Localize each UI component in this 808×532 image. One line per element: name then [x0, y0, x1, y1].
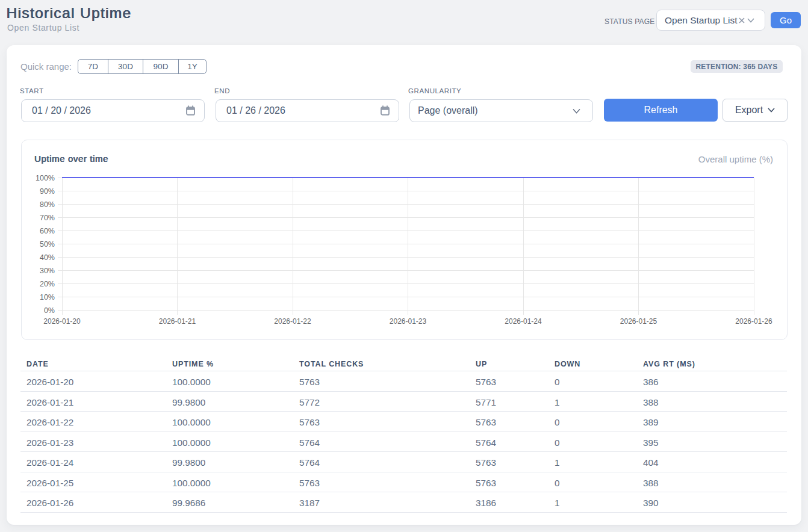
svg-text:2026-01-20: 2026-01-20 [43, 317, 81, 326]
svg-text:10%: 10% [40, 293, 55, 302]
svg-text:2026-01-21: 2026-01-21 [159, 317, 196, 326]
svg-text:20%: 20% [40, 280, 55, 288]
svg-text:0%: 0% [44, 306, 55, 315]
svg-text:2026-01-22: 2026-01-22 [274, 317, 311, 326]
svg-text:2026-01-25: 2026-01-25 [620, 317, 657, 326]
svg-text:90%: 90% [40, 187, 55, 196]
svg-text:80%: 80% [40, 200, 55, 209]
svg-text:100%: 100% [36, 174, 55, 182]
svg-text:2026-01-26: 2026-01-26 [735, 317, 772, 326]
svg-text:50%: 50% [40, 240, 55, 249]
svg-text:40%: 40% [40, 253, 55, 262]
svg-text:70%: 70% [40, 214, 55, 222]
svg-text:2026-01-24: 2026-01-24 [505, 317, 542, 326]
svg-text:2026-01-23: 2026-01-23 [390, 317, 427, 326]
svg-text:30%: 30% [40, 267, 55, 275]
svg-text:60%: 60% [40, 227, 55, 235]
